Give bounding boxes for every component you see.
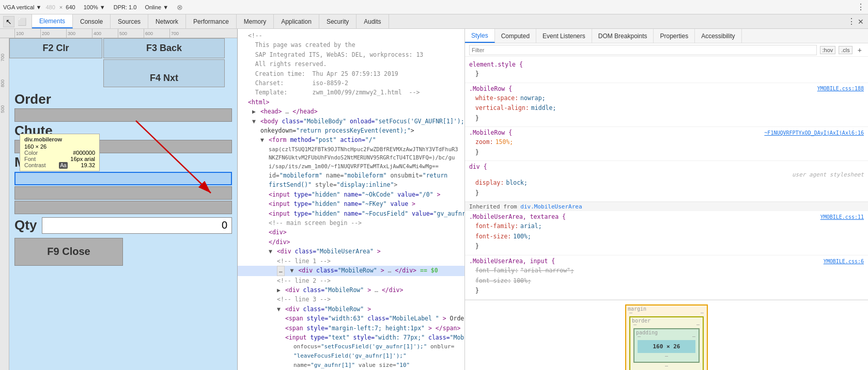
- tab-audits[interactable]: Audits: [357, 14, 389, 28]
- style-body: }: [465, 69, 868, 82]
- page-content: F2 Clr F3 Back div.mobilerow 160 × 26 Co…: [9, 38, 237, 370]
- ellipsis-btn[interactable]: …: [277, 266, 285, 276]
- style-source[interactable]: YMOBILE.css:188: [817, 86, 864, 91]
- style-section-element: element.style { }: [465, 59, 868, 83]
- style-prop: white-space: nowrap;: [475, 93, 864, 104]
- network-selector[interactable]: Online ▼: [145, 4, 168, 10]
- viewport-selector[interactable]: VGA vertical ▼: [3, 4, 41, 10]
- tab-properties[interactable]: Properties: [654, 29, 695, 43]
- dpr-value: DPR: 1.0: [114, 4, 137, 10]
- tab-console[interactable]: Console: [73, 14, 111, 28]
- f3-back-button[interactable]: F3 Back: [103, 38, 225, 58]
- selector-name: element.style {: [469, 61, 523, 68]
- html-selected-line[interactable]: … ▼ <div class="MobileRow" > … </div> ==…: [238, 266, 464, 276]
- tab-accessibility[interactable]: Accessibility: [695, 29, 741, 43]
- hov-button[interactable]: :hov: [820, 46, 836, 54]
- html-line[interactable]: <span style="width:63" class="MobileLabe…: [238, 314, 464, 323]
- ruler-tick: 100: [14, 29, 24, 38]
- f4-nxt-button[interactable]: F4 Nxt: [103, 59, 225, 87]
- devtools-close-icon[interactable]: ✕: [858, 18, 864, 26]
- viewport-arrow: ▼: [36, 4, 42, 10]
- html-line[interactable]: onkeydown="return processKeyEvent(event)…: [238, 126, 464, 135]
- zoom-selector[interactable]: 100% ▼: [84, 4, 105, 10]
- html-line[interactable]: <html>: [238, 98, 464, 107]
- qty-label: Qty: [14, 217, 37, 233]
- html-line[interactable]: ▼ <div class="MobileUserArea" >: [238, 247, 464, 256]
- html-line[interactable]: ▶ <div class="MobileRow" > … </div>: [238, 285, 464, 295]
- style-section-mobilerow1: .MobileRow { YMOBILE.css:188 white-space…: [465, 83, 868, 127]
- html-line[interactable]: ▶ <head> … </head>: [238, 107, 464, 116]
- html-line[interactable]: <input type="hidden" name="~OkCode" valu…: [238, 190, 464, 199]
- selected-element[interactable]: [14, 172, 232, 185]
- f2-clr-button[interactable]: F2 Clr: [9, 38, 102, 58]
- f4-nxt-row: F4 Nxt: [9, 59, 237, 87]
- html-line[interactable]: sap(czlTSUQ1M2FBTk9OJTNhcHpuc2FwZDBfREVM…: [238, 145, 464, 171]
- tab-application[interactable]: Application: [274, 14, 319, 28]
- style-prop: font-family: "arial narrow";: [475, 266, 864, 276]
- devtools-tabs: ↖ ⬜ Elements Console Sources Network Per…: [0, 14, 868, 29]
- html-line[interactable]: <input type="text" style="width: 77px;" …: [238, 333, 464, 342]
- order-label-row: Order: [14, 91, 232, 107]
- tab-sources[interactable]: Sources: [111, 14, 148, 28]
- style-body: display: block; }: [465, 178, 868, 200]
- ruler-tick: 200: [40, 29, 50, 38]
- device-icon[interactable]: ⬜: [16, 17, 28, 27]
- box-model-border: border –– padding –– 160 × 26 – –: [629, 316, 704, 370]
- style-source[interactable]: YMOBILE.css:11: [820, 214, 864, 220]
- inherited-class[interactable]: div.MobileUserArea: [520, 203, 582, 210]
- inspect-icon[interactable]: ↖: [3, 16, 14, 27]
- style-section-div-ua: div { user agent stylesheet display: blo…: [465, 161, 868, 202]
- inherited-from-label: Inherited from div.MobileUserArea: [465, 202, 868, 211]
- input-field-2[interactable]: [14, 186, 232, 200]
- tab-performance[interactable]: Performance: [186, 14, 237, 28]
- html-line[interactable]: <!-- line 2 -->: [238, 276, 464, 285]
- style-source[interactable]: YMOBILE.css:6: [824, 259, 864, 264]
- html-line[interactable]: id="mobileform" name="mobileform" onsubm…: [238, 171, 464, 190]
- tab-elements[interactable]: Elements: [32, 14, 73, 28]
- sap-btn-row-1: F2 Clr F3 Back: [9, 38, 237, 58]
- ruler-tick: 600: [144, 29, 153, 38]
- tab-dom-breakpoints[interactable]: DOM Breakpoints: [592, 29, 654, 43]
- tab-memory[interactable]: Memory: [237, 14, 274, 28]
- html-source-panel[interactable]: <!-- This page was created by the SAP In…: [238, 29, 465, 370]
- f9-close-button[interactable]: F9 Close: [14, 238, 123, 266]
- tab-security[interactable]: Security: [319, 14, 357, 28]
- html-line[interactable]: onfocus="setFocusField('gv_aufnr[1]');" …: [238, 342, 464, 370]
- styles-filter-input[interactable]: [469, 45, 817, 55]
- more-icon[interactable]: ⋮: [857, 2, 865, 12]
- styles-filter-bar: :hov .cls +: [465, 43, 868, 57]
- cross-icon: ×: [59, 4, 63, 10]
- html-line[interactable]: <!-- line 3 -->: [238, 295, 464, 304]
- tab-styles[interactable]: Styles: [465, 29, 495, 43]
- html-line[interactable]: <span style="margin-left:7; height:1px" …: [238, 324, 464, 333]
- html-line[interactable]: <!-- line 1 -->: [238, 256, 464, 266]
- order-input-field[interactable]: [14, 108, 232, 122]
- add-style-button[interactable]: +: [856, 46, 864, 54]
- ruler-v-tick: 500: [0, 105, 5, 113]
- style-selector: .MobileUserArea, input { YMOBILE.css:6: [465, 256, 868, 266]
- html-line[interactable]: ▼ <body class="MobileBody" onload="setFo…: [238, 117, 464, 126]
- html-line[interactable]: </div>: [238, 237, 464, 247]
- cls-button[interactable]: .cls: [839, 46, 853, 54]
- tab-computed[interactable]: Computed: [495, 29, 536, 43]
- html-line[interactable]: <input type="hidden" name="~FKey" value …: [238, 199, 464, 208]
- html-line[interactable]: ▼ <div class="MobileRow" >: [238, 304, 464, 314]
- html-line[interactable]: <!-- main screen begin -->: [238, 218, 464, 228]
- qty-input[interactable]: 0: [42, 217, 232, 234]
- style-source[interactable]: ~F1NUQVRFPTYxOD_DAyIjAxIjAxl6:16: [764, 130, 864, 136]
- main-layout: 100 200 300 400 500 600 700 700 800 500: [0, 29, 868, 370]
- html-line[interactable]: ▼ <form method="post" action="/": [238, 135, 464, 144]
- input-field-3[interactable]: [14, 201, 232, 214]
- tab-network[interactable]: Network: [148, 14, 186, 28]
- box-model-outer: margin –– border –– padding –– 160 × 26 …: [625, 304, 708, 370]
- border-label: border: [632, 318, 650, 324]
- style-body: font-family: "arial narrow"; font-size: …: [465, 266, 868, 298]
- html-comment-header: <!-- This page was created by the SAP In…: [238, 31, 464, 98]
- html-line[interactable]: <input type="hidden" name="~FocusField" …: [238, 209, 464, 218]
- style-prop: }: [475, 148, 864, 158]
- html-line[interactable]: <div>: [238, 228, 464, 237]
- devtools-more-icon[interactable]: ⋮: [847, 17, 856, 26]
- style-prop: }: [475, 69, 864, 79]
- padding-right: –: [692, 333, 695, 339]
- tab-event-listeners[interactable]: Event Listeners: [536, 29, 592, 43]
